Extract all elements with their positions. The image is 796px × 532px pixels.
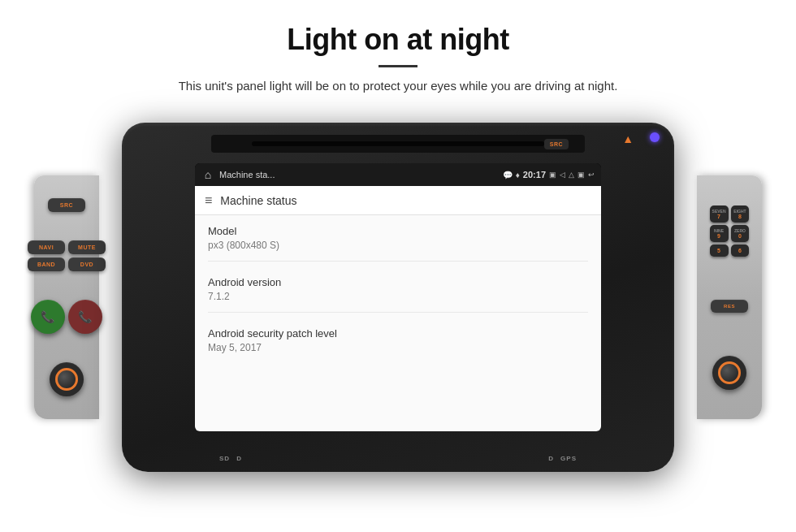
android-app-bar: ≡ Machine status bbox=[195, 186, 601, 215]
btn-eight[interactable]: EIGHT 8 bbox=[731, 205, 750, 223]
location-status-icon: ♦ bbox=[516, 171, 520, 179]
info-item-security-patch: Android security patch level May 5, 2017 bbox=[208, 327, 588, 363]
btn-six-num: 6 bbox=[733, 248, 747, 253]
chat-status-icon: 💬 bbox=[503, 171, 513, 179]
info-item-android-version: Android version 7.1.2 bbox=[208, 276, 588, 313]
btn-zero-label: ZERO bbox=[733, 228, 747, 233]
btn-nine-label: NINE bbox=[712, 228, 726, 233]
bottom-left-labels: SD D bbox=[219, 455, 242, 462]
btn-nine-num: 9 bbox=[712, 233, 726, 239]
home-icon[interactable]: ⌂ bbox=[201, 168, 214, 181]
security-patch-value: May 5, 2017 bbox=[208, 342, 588, 353]
gps-label: GPS bbox=[560, 455, 577, 462]
left-panel-mid: NAVI MUTE BAND DVD bbox=[28, 240, 106, 271]
res-button[interactable]: RES bbox=[711, 300, 748, 313]
btn-zero-num: 0 bbox=[733, 233, 747, 239]
btn-six[interactable]: 6 bbox=[731, 244, 750, 257]
left-knob-inner bbox=[55, 368, 78, 391]
car-unit-wrapper: SRC NAVI MUTE BAND DVD 📞 📞 SRC bbox=[97, 110, 699, 484]
left-panel: SRC NAVI MUTE BAND DVD 📞 📞 bbox=[34, 175, 99, 419]
btn-five-num: 5 bbox=[712, 248, 726, 253]
mute-button[interactable]: MUTE bbox=[68, 240, 106, 254]
btn-nine[interactable]: NINE 9 bbox=[710, 225, 729, 242]
left-panel-top: SRC bbox=[48, 198, 85, 212]
status-app-name: Machine sta... bbox=[219, 170, 498, 179]
btn-eight-num: 8 bbox=[733, 214, 747, 219]
navi-button[interactable]: NAVI bbox=[28, 240, 65, 254]
page-subtitle: This unit's panel light will be on to pr… bbox=[179, 79, 618, 93]
page-title: Light on at night bbox=[287, 23, 508, 57]
src-button[interactable]: SRC bbox=[48, 198, 85, 212]
btn-eight-label: EIGHT bbox=[733, 209, 747, 214]
screen: ⌂ Machine sta... 💬 ♦ 20:17 ▣ ◁ △ ▣ ↩ ≡ M… bbox=[195, 163, 601, 431]
right-knob[interactable] bbox=[712, 356, 746, 390]
screen-status-icon: ▣ bbox=[578, 171, 585, 179]
sd-label: SD bbox=[219, 455, 230, 462]
bottom-right-labels: D GPS bbox=[548, 455, 577, 462]
model-value: px3 (800x480 S) bbox=[208, 240, 588, 251]
android-content: Model px3 (800x480 S) Android version 7.… bbox=[195, 215, 601, 431]
left-knob[interactable] bbox=[50, 362, 84, 396]
btn-five[interactable]: 5 bbox=[710, 244, 729, 257]
dvd-button[interactable]: DVD bbox=[68, 257, 106, 271]
menu-icon[interactable]: ≡ bbox=[205, 193, 212, 208]
btn-seven-label: SEVEN bbox=[712, 209, 726, 214]
band-button[interactable]: BAND bbox=[28, 257, 65, 271]
right-knob-inner bbox=[718, 361, 741, 384]
android-version-label: Android version bbox=[208, 276, 588, 288]
btn-seven[interactable]: SEVEN 7 bbox=[710, 205, 729, 223]
unit-bottom: SD D D GPS bbox=[211, 455, 585, 462]
call-button[interactable]: 📞 bbox=[31, 300, 65, 334]
right-panel: SEVEN 7 EIGHT 8 NINE 9 ZERO 0 bbox=[697, 175, 762, 419]
app-bar-title: Machine status bbox=[220, 194, 296, 207]
info-item-model: Model px3 (800x480 S) bbox=[208, 225, 588, 262]
disc-slot bbox=[252, 141, 544, 146]
left-panel-phone: 📞 📞 bbox=[31, 300, 102, 334]
model-label: Model bbox=[208, 225, 588, 237]
android-status-bar: ⌂ Machine sta... 💬 ♦ 20:17 ▣ ◁ △ ▣ ↩ bbox=[195, 163, 601, 186]
camera-status-icon: ▣ bbox=[549, 171, 556, 179]
volume-status-icon: ◁ bbox=[560, 171, 565, 179]
status-time: 20:17 bbox=[523, 170, 546, 179]
disc-slot-area: SRC bbox=[211, 135, 585, 153]
d-label: D bbox=[236, 455, 242, 462]
d-right-label: D bbox=[548, 455, 554, 462]
android-version-value: 7.1.2 bbox=[208, 291, 588, 302]
status-icons: 💬 ♦ 20:17 ▣ ◁ △ ▣ ↩ bbox=[503, 170, 595, 179]
num-button-grid: SEVEN 7 EIGHT 8 NINE 9 ZERO 0 bbox=[710, 205, 750, 257]
car-unit: SRC ▲ ⌂ Machine sta... 💬 ♦ 20:17 ▣ ◁ △ ▣… bbox=[122, 123, 674, 472]
indicator-light bbox=[650, 132, 660, 142]
src-label: SRC bbox=[544, 139, 569, 149]
endcall-button[interactable]: 📞 bbox=[68, 300, 102, 334]
btn-zero[interactable]: ZERO 0 bbox=[731, 225, 750, 242]
title-divider bbox=[379, 65, 417, 67]
btn-seven-num: 7 bbox=[712, 214, 726, 219]
security-patch-label: Android security patch level bbox=[208, 327, 588, 340]
back-status-icon: ↩ bbox=[588, 171, 595, 179]
warning-icon: ▲ bbox=[622, 132, 634, 145]
eject-status-icon: △ bbox=[569, 171, 574, 179]
